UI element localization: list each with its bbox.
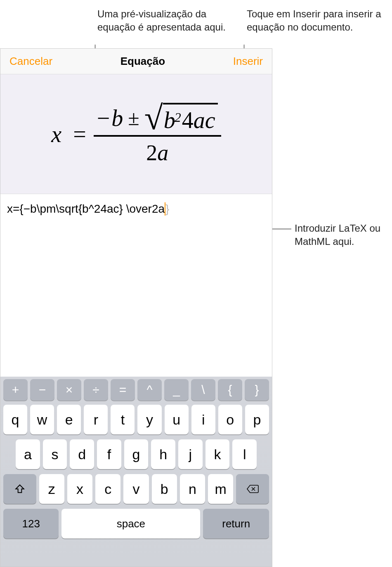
keyboard-row-2: a s d f g h j k l bbox=[2, 439, 270, 469]
key-w[interactable]: w bbox=[30, 405, 54, 434]
key-lbrace[interactable]: { bbox=[218, 379, 242, 401]
key-t[interactable]: t bbox=[111, 405, 135, 434]
key-h[interactable]: h bbox=[151, 439, 175, 469]
key-return[interactable]: return bbox=[203, 509, 269, 539]
latex-input-area[interactable]: x={−b\pm\sqrt{b^24ac} \over2a} bbox=[0, 194, 272, 377]
key-u[interactable]: u bbox=[165, 405, 189, 434]
key-p[interactable]: p bbox=[245, 405, 269, 434]
key-caret[interactable]: ^ bbox=[137, 379, 162, 401]
callout-input: Introduzir LaTeX ou MathML aqui. bbox=[295, 222, 390, 249]
modal-header: Cancelar Equação Inserir bbox=[0, 49, 272, 74]
key-c[interactable]: c bbox=[95, 474, 120, 504]
insert-button[interactable]: Inserir bbox=[233, 55, 263, 68]
key-g[interactable]: g bbox=[124, 439, 149, 469]
key-q[interactable]: q bbox=[3, 405, 27, 434]
key-j[interactable]: j bbox=[178, 439, 203, 469]
keyboard-symbol-row: + − × ÷ = ^ _ \ { } bbox=[2, 379, 270, 401]
key-backspace[interactable] bbox=[236, 474, 269, 504]
key-n[interactable]: n bbox=[180, 474, 205, 504]
key-y[interactable]: y bbox=[137, 405, 161, 434]
key-numbers[interactable]: 123 bbox=[3, 509, 59, 539]
key-s[interactable]: s bbox=[43, 439, 67, 469]
callout-insert: Toque em Inserir para inserir a equação … bbox=[247, 7, 387, 34]
key-r[interactable]: r bbox=[84, 405, 108, 434]
text-cursor bbox=[165, 202, 165, 216]
key-minus[interactable]: − bbox=[30, 379, 54, 401]
keyboard-row-bottom: 123 space return bbox=[2, 509, 270, 539]
key-e[interactable]: e bbox=[57, 405, 81, 434]
key-l[interactable]: l bbox=[232, 439, 257, 469]
key-rbrace[interactable]: } bbox=[245, 379, 269, 401]
key-z[interactable]: z bbox=[39, 474, 64, 504]
key-d[interactable]: d bbox=[70, 439, 94, 469]
key-times[interactable]: × bbox=[57, 379, 81, 401]
key-v[interactable]: v bbox=[123, 474, 149, 504]
key-equals[interactable]: = bbox=[111, 379, 135, 401]
keyboard-row-1: q w e r t y u i o p bbox=[2, 405, 270, 434]
key-underscore[interactable]: _ bbox=[164, 379, 189, 401]
key-i[interactable]: i bbox=[191, 405, 215, 434]
key-m[interactable]: m bbox=[208, 474, 233, 504]
key-shift[interactable] bbox=[3, 474, 36, 504]
key-space[interactable]: space bbox=[61, 509, 200, 539]
onscreen-keyboard: + − × ÷ = ^ _ \ { } q w e r t y u i o p … bbox=[0, 377, 272, 567]
equation-preview: x = −b ± √ b24ac 2a bbox=[0, 74, 272, 194]
latex-input-text: x={−b\pm\sqrt{b^24ac} \over2a} bbox=[7, 202, 169, 216]
modal-title: Equação bbox=[120, 55, 165, 68]
key-plus[interactable]: + bbox=[3, 379, 28, 401]
cancel-button[interactable]: Cancelar bbox=[9, 55, 52, 68]
key-o[interactable]: o bbox=[218, 405, 242, 434]
backspace-icon bbox=[246, 484, 259, 493]
callout-preview: Uma pré-visualização da equação é aprese… bbox=[97, 7, 229, 34]
keyboard-row-3: z x c v b n m bbox=[2, 474, 270, 504]
key-a[interactable]: a bbox=[16, 439, 40, 469]
shift-icon bbox=[14, 484, 25, 494]
key-k[interactable]: k bbox=[205, 439, 230, 469]
equation-editor-modal: Cancelar Equação Inserir x = −b ± √ b24a… bbox=[0, 48, 272, 567]
rendered-equation: x = −b ± √ b24ac 2a bbox=[51, 101, 221, 167]
key-backslash[interactable]: \ bbox=[191, 379, 215, 401]
key-divide[interactable]: ÷ bbox=[84, 379, 108, 401]
key-x[interactable]: x bbox=[67, 474, 92, 504]
key-b[interactable]: b bbox=[152, 474, 177, 504]
key-f[interactable]: f bbox=[97, 439, 121, 469]
